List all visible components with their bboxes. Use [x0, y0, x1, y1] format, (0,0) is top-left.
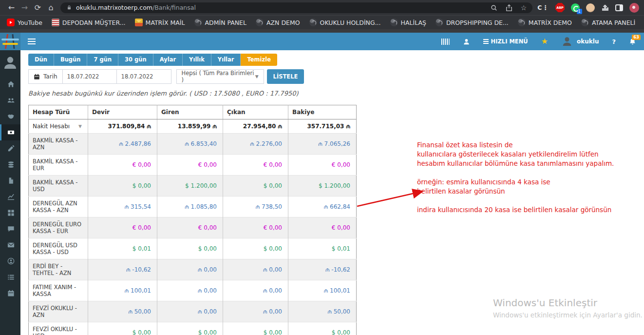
sidebar-item-mail[interactable] — [0, 237, 20, 253]
date-label: Tarih — [29, 70, 63, 83]
bookmark-matri-x-mai-l[interactable]: MATRİX MAİL — [135, 19, 185, 26]
grid-icon — [7, 209, 15, 217]
account-value: ₼ 50,00 — [88, 301, 157, 322]
account-value: € 0,00 — [88, 217, 157, 238]
bookmark-admi-n-panel[interactable]: ADMİN PANEL — [194, 19, 246, 26]
favorites-star-icon[interactable]: ★ — [541, 38, 548, 45]
sidebar-item-database[interactable] — [0, 157, 20, 173]
sidebar-item-document[interactable] — [0, 173, 20, 189]
column-header-kan: Çıkan — [223, 105, 288, 119]
sidebar-user-avatar[interactable] — [2, 55, 18, 70]
column-header-bakiye: Bakiye — [288, 105, 357, 119]
bookmark-star-icon[interactable]: ☆ — [521, 4, 527, 12]
avatar-extension-icon[interactable] — [586, 3, 595, 12]
filter-button-30-g-n[interactable]: 30 gün — [118, 54, 153, 66]
bookmark-dropshipping-de[interactable]: DROPSHIPPING DE... — [436, 19, 509, 26]
url-path: /Bank/finansal — [152, 4, 196, 11]
bookmark-hali-la[interactable]: HALİLAŞ — [390, 19, 426, 26]
account-value: $ 0,00 — [223, 238, 288, 259]
mail-favicon-icon — [135, 19, 143, 26]
account-label: ERDİ BEY -TEHTEL - AZN — [29, 259, 88, 280]
sidebar-item-calendar[interactable] — [0, 285, 20, 301]
filter-button-y-ll-k[interactable]: Yıllık — [183, 54, 211, 66]
account-value: ₼ -10,62 — [288, 259, 357, 280]
bookmark-matri-x-demo[interactable]: MATRİX DEMO — [518, 19, 572, 26]
notifications-bell[interactable]: 63 — [629, 38, 636, 45]
back-icon[interactable]: ← — [5, 0, 18, 15]
account-value: € 0,00 — [223, 217, 288, 238]
account-label: FEVZİ OKUKLU - AZN — [29, 301, 88, 322]
users-icon — [7, 97, 15, 104]
account-label: DERNEGÜL AZN KASSA - AZN — [29, 197, 88, 217]
currency-select[interactable]: Hepsi ( Tüm Para Birimleri ) ▼ — [176, 69, 264, 84]
sidebar-item-edit[interactable] — [0, 140, 20, 157]
account-value: $ 0,00 — [223, 322, 288, 335]
filter-button-aylar[interactable]: Aylar — [153, 54, 183, 66]
user-avatar-icon — [561, 36, 573, 47]
account-value: $ 0,00 — [223, 176, 288, 197]
quick-menu-label: HIZLI MENÜ — [491, 38, 528, 45]
bookmark-atama-paneli[interactable]: ATAMA PANELİ — [581, 19, 635, 26]
adblock-extension-icon[interactable]: ABP — [555, 3, 565, 12]
bookmark-depodan-m-ter[interactable]: DEPODAN MÜŞTER... — [52, 19, 126, 26]
sidebar-toggle-icon[interactable] — [20, 39, 43, 44]
sidebar-item-profile[interactable] — [0, 253, 20, 269]
dropdown-caret-icon[interactable]: ▼ — [78, 123, 82, 130]
account-value: ₼ -10,62 — [88, 259, 157, 280]
bookmark-okuklu-holdi-ng[interactable]: OKUKLU HOLDİNG... — [309, 19, 381, 26]
filter-button-d-n[interactable]: Dün — [28, 54, 54, 66]
bookmark-label: OKUKLU HOLDİNG... — [320, 19, 381, 26]
globe-favicon-icon — [309, 19, 317, 26]
annotation-line: Finansal özet kasa listesin de — [417, 140, 631, 150]
header-user-icon[interactable] — [463, 38, 470, 45]
home-icon[interactable]: ⌂ — [44, 0, 57, 15]
filter-button-clear[interactable]: Temizle — [241, 54, 277, 66]
account-value: ₼ 0,00 — [223, 259, 288, 280]
barcode-icon[interactable] — [441, 39, 450, 45]
date-to-input[interactable]: 18.07.2022 — [117, 70, 171, 83]
filter-button-bug-n[interactable]: Bugün — [54, 54, 88, 66]
sidebar-item-handshake[interactable] — [0, 108, 20, 124]
sidebar-item-home[interactable] — [0, 76, 20, 92]
sidebar-item-users[interactable] — [0, 92, 20, 108]
forward-icon[interactable]: → — [18, 0, 31, 15]
colorzilla-extension-icon[interactable]: C⋮ — [537, 4, 549, 11]
user-chip[interactable]: okuklu — [561, 36, 599, 47]
url-bar[interactable]: okuklu.matrixotoerp.com/Bank/finansal ☆ — [60, 2, 532, 13]
whatsapp-extension-icon[interactable]: 1 — [571, 3, 580, 12]
sidebar-item-grid[interactable] — [0, 205, 20, 221]
sidebar-item-list[interactable] — [0, 269, 20, 285]
handshake-icon — [7, 113, 15, 120]
sidebar-item-chat[interactable] — [0, 221, 20, 237]
annotation-paragraph: örneğin: esmira kullanıcısında 4 kasa is… — [417, 177, 631, 196]
bookmark-azn-demo[interactable]: AZN DEMO — [256, 19, 300, 26]
sidebar-item-cash[interactable] — [0, 124, 20, 140]
browser-profile-avatar[interactable] — [629, 3, 639, 13]
account-value: $ 0,00 — [88, 176, 157, 197]
help-button[interactable]: ? — [612, 38, 616, 45]
date-from-input[interactable]: 18.07.2022 — [63, 70, 117, 83]
account-value: ₼ 0,00 — [157, 280, 223, 301]
mail-icon — [7, 241, 15, 249]
filter-button-7-g-n[interactable]: 7 gün — [87, 54, 118, 66]
zoom-search-icon[interactable] — [491, 4, 497, 11]
app-logo[interactable] — [0, 33, 20, 50]
sidebar-item-chart[interactable] — [0, 189, 20, 205]
share-icon[interactable] — [506, 4, 512, 11]
url-text: okuklu.matrixotoerp.com/Bank/finansal — [76, 4, 196, 11]
side-panel-icon[interactable] — [615, 4, 623, 11]
bookmark-youtube[interactable]: YouTube — [7, 19, 42, 26]
table-row: DERNEGÜL AZN KASSA - AZN ₼ 315,54₼ 1.085… — [29, 197, 357, 217]
date-range-filter-group: DünBugün7 gün30 günAylarYıllıkYıllarTemi… — [28, 54, 277, 66]
quick-menu-button[interactable]: HIZLI MENÜ — [483, 38, 528, 45]
annotation-note: Finansal özet kasa listesin dekullanıcıl… — [417, 140, 631, 224]
reload-icon[interactable]: ⟳ — [31, 0, 44, 15]
cash-icon — [7, 129, 15, 136]
account-value: ₼ 315,54 — [88, 197, 157, 217]
filter-button-y-llar[interactable]: Yıllar — [211, 54, 241, 66]
extensions-puzzle-icon[interactable] — [601, 4, 609, 12]
account-value: ₼ 100,01 — [288, 280, 357, 301]
list-button[interactable]: LİSTELE — [267, 69, 304, 84]
annotation-line: indira kullanıcısında 20 kasa ise belirt… — [417, 205, 631, 215]
browser-toolbar: ← → ⟳ ⌂ okuklu.matrixotoerp.com/Bank/fin… — [0, 0, 644, 15]
